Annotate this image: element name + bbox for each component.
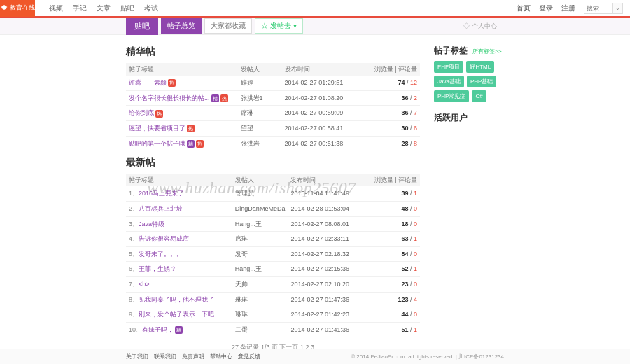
tag-PHP项目[interactable]: PHP项目 (434, 61, 463, 73)
footer-link[interactable]: 帮助中心 (210, 354, 232, 360)
author-cell[interactable]: 发哥 (232, 246, 288, 262)
table-row[interactable]: 1、2016马上要来了...管理员2015-11-04 11:41:4939 /… (126, 186, 420, 201)
home-link[interactable]: 首页 (517, 4, 531, 13)
nav-贴吧[interactable]: 贴吧 (120, 4, 134, 13)
nav-手记[interactable]: 手记 (73, 4, 87, 13)
stats-cell: 39 / 1 (364, 186, 420, 201)
post-title-link[interactable]: 见我同桌了吗，他不理我了 (139, 296, 214, 303)
table-row[interactable]: 发个名字很长很长很长的帖...精热张洪岩12014-02-27 01:08:20… (126, 90, 420, 106)
stats-cell: 63 / 1 (364, 232, 420, 247)
post-title-link[interactable]: 刚来，发个帖子表示一下吧 (139, 311, 214, 318)
author-cell[interactable]: 琳琳 (232, 292, 288, 307)
tag-好HTML[interactable]: 好HTML (466, 61, 494, 73)
hot-badge: 热 (196, 140, 204, 148)
post-title-link[interactable]: 给你到底 (129, 109, 154, 116)
stats-cell: 74 / 12 (361, 76, 420, 90)
essence-heading: 精华帖 (126, 45, 420, 59)
nav-文章[interactable]: 文章 (97, 4, 111, 13)
time-cell: 2014-02-27 01:29:51 (282, 76, 361, 90)
tag-Java基础[interactable]: Java基础 (434, 76, 464, 88)
author-cell[interactable]: 张洪岩1 (238, 90, 282, 106)
new-post-button[interactable]: ☆ 发帖去 ▾ (255, 18, 303, 34)
author-cell[interactable]: 二蛋 (232, 322, 288, 337)
site-logo[interactable]: 教育在线 (0, 0, 35, 17)
time-cell: 2014-02-27 02:15:36 (288, 262, 364, 277)
tags-heading: 帖子标签 所有标签>> (434, 45, 504, 57)
col-header: 浏览量 | 评论量 (364, 174, 420, 187)
table-row[interactable]: 9、刚来，发个帖子表示一下吧琳琳2014-02-27 01:42:2344 / … (126, 307, 420, 323)
footer-link[interactable]: 联系我们 (154, 354, 176, 360)
table-row[interactable]: 许嵩——素颜热婷婷2014-02-27 01:29:5174 / 12 (126, 76, 420, 90)
col-header: 发布时间 (282, 63, 361, 76)
tags-more-link[interactable]: 所有标签>> (472, 48, 501, 55)
nav-视频[interactable]: 视频 (49, 4, 63, 13)
table-row[interactable]: 给你到底热席琳2014-02-27 00:59:0936 / 7 (126, 106, 420, 121)
author-cell[interactable]: 席琳 (238, 106, 282, 121)
post-title-link[interactable]: Java特级 (139, 220, 164, 227)
table-row[interactable]: 10、有妹子吗，精二蛋2014-02-27 01:41:3651 / 1 (126, 322, 420, 337)
nav-考试[interactable]: 考试 (144, 4, 158, 13)
author-cell[interactable]: Hang...玉 (232, 262, 288, 277)
post-title-link[interactable]: 发个名字很长很长很长的帖... (129, 94, 210, 102)
author-cell[interactable]: 席琳 (232, 232, 288, 247)
footer-link[interactable]: 免责声明 (182, 354, 204, 360)
copyright: © 2014 EeJiaoEr.com. all rights reserved… (351, 353, 504, 360)
stats-cell: 48 / 0 (364, 201, 420, 216)
post-title-link[interactable]: <b>... (139, 281, 155, 288)
jing-badge: 精 (175, 326, 183, 334)
table-row[interactable]: 6、王菲，生锈？Hang...玉2014-02-27 02:15:3652 / … (126, 262, 420, 277)
tag-C#[interactable]: C# (472, 90, 486, 102)
post-title-link[interactable]: 2016马上要来了... (139, 190, 190, 197)
table-row[interactable]: 愿望，快要省项目了热望望2014-02-27 00:58:4130 / 6 (126, 120, 420, 136)
table-row[interactable]: 2、八百标兵上北坡DingDanMeMeDa2014-02-28 01:53:0… (126, 201, 420, 216)
stats-cell: 123 / 4 (364, 292, 420, 307)
brand-text: 教育在线 (10, 4, 35, 13)
tab-1[interactable]: 大家都收藏 (204, 18, 252, 34)
search-button[interactable]: ⌄ (612, 4, 622, 13)
essence-table: 帖子标题发帖人发布时间浏览量 | 评论量许嵩——素颜热婷婷2014-02-27 … (126, 63, 420, 152)
stats-cell: 30 / 6 (361, 120, 420, 136)
post-title-link[interactable]: 八百标兵上北坡 (139, 205, 183, 212)
post-title-link[interactable]: 有妹子吗， (142, 326, 174, 333)
post-title-link[interactable]: 愿望，快要省项目了 (129, 125, 186, 132)
post-title-link[interactable]: 王菲，生锈？ (139, 265, 176, 272)
tag-PHP常见症[interactable]: PHP常见症 (434, 90, 469, 102)
table-row[interactable]: 3、Java特级Hang...玉2014-02-27 08:08:0118 / … (126, 216, 420, 232)
tag-PHP基础[interactable]: PHP基础 (467, 76, 496, 88)
table-row[interactable]: 7、<b>...天帅2014-02-27 02:10:2023 / 0 (126, 276, 420, 292)
footer-links: 关于我们联系我们免责声明帮助中心意见反馈 (126, 353, 266, 360)
author-cell[interactable]: 天帅 (232, 276, 288, 292)
author-cell[interactable]: DingDanMeMeDa (232, 201, 288, 216)
time-cell: 2014-02-27 01:47:36 (288, 292, 364, 307)
personal-center-link[interactable]: ◇ 个人中心 (463, 22, 497, 31)
table-row[interactable]: 5、发哥来了。。。发哥2014-02-27 02:18:3284 / 0 (126, 246, 420, 262)
author-cell[interactable]: Hang...玉 (232, 216, 288, 232)
time-cell: 2014-02-27 02:33:11 (288, 232, 364, 247)
time-cell: 2014-02-27 01:08:20 (282, 90, 361, 106)
hot-badge: 热 (168, 79, 176, 87)
col-header: 发布时间 (288, 174, 364, 187)
latest-heading: 最新帖 (126, 155, 420, 169)
post-title-link[interactable]: 贴吧的第一个帖子哦 (129, 140, 186, 147)
author-cell[interactable]: 琳琳 (232, 307, 288, 323)
stats-cell: 18 / 0 (364, 216, 420, 232)
table-row[interactable]: 8、见我同桌了吗，他不理我了琳琳2014-02-27 01:47:36123 /… (126, 292, 420, 307)
author-cell[interactable]: 婷婷 (238, 76, 282, 90)
hot-badge: 热 (187, 125, 195, 132)
table-row[interactable]: 贴吧的第一个帖子哦精热张洪岩2014-02-27 00:51:3828 / 8 (126, 136, 420, 151)
footer-link[interactable]: 关于我们 (126, 354, 148, 360)
post-title-link[interactable]: 发哥来了。。。 (139, 251, 183, 258)
author-cell[interactable]: 张洪岩 (238, 136, 282, 151)
author-cell[interactable]: 望望 (238, 120, 282, 136)
footer-link[interactable]: 意见反馈 (238, 354, 260, 360)
author-cell[interactable]: 管理员 (232, 186, 288, 201)
active-users-heading: 活跃用户 (434, 112, 504, 124)
tab-0[interactable]: 帖子总览 (161, 18, 202, 34)
col-header: 发帖人 (238, 63, 282, 76)
register-link[interactable]: 注册 (561, 4, 575, 13)
post-title-link[interactable]: 告诉你很容易成店 (139, 235, 189, 242)
login-link[interactable]: 登录 (539, 4, 553, 13)
post-title-link[interactable]: 许嵩——素颜 (129, 79, 167, 86)
search-input[interactable] (584, 4, 612, 13)
table-row[interactable]: 4、告诉你很容易成店席琳2014-02-27 02:33:1163 / 1 (126, 232, 420, 247)
